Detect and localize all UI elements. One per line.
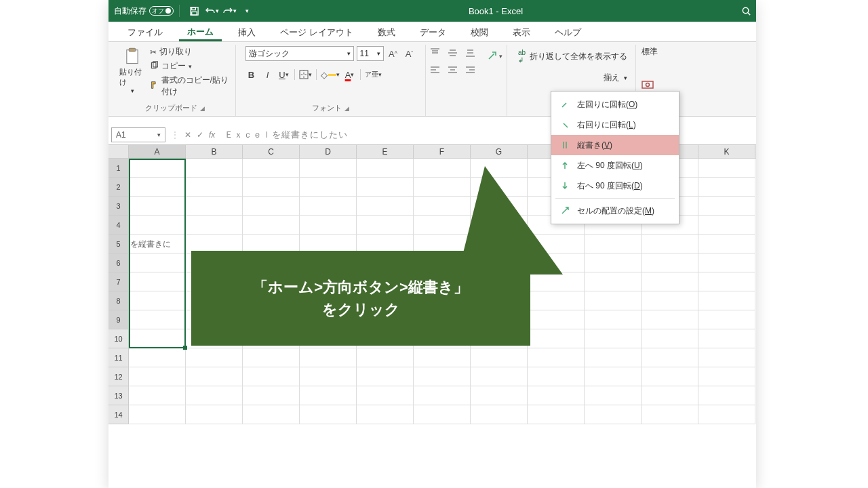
cell[interactable] — [243, 348, 300, 367]
cell[interactable] — [642, 367, 698, 386]
cell[interactable] — [357, 197, 414, 216]
row-header[interactable]: 14 — [108, 405, 129, 424]
cancel-icon[interactable]: ✕ — [184, 130, 191, 140]
cell[interactable] — [528, 329, 585, 348]
cell[interactable] — [357, 216, 414, 235]
cell[interactable] — [585, 386, 642, 405]
cell[interactable] — [186, 405, 243, 424]
bold-button[interactable]: B — [245, 68, 258, 81]
cell[interactable] — [243, 216, 300, 235]
cell[interactable] — [698, 253, 755, 272]
cell[interactable] — [300, 386, 357, 405]
row-header[interactable]: 10 — [108, 329, 129, 348]
align-bottom-button[interactable] — [465, 46, 477, 58]
save-icon[interactable] — [185, 2, 203, 20]
cell[interactable] — [129, 310, 186, 329]
cell[interactable] — [698, 216, 755, 235]
cell[interactable] — [129, 367, 186, 386]
qat-customize-icon[interactable]: ▾ — [238, 2, 256, 20]
cell[interactable] — [585, 348, 642, 367]
tab-data[interactable]: データ — [412, 22, 454, 41]
cell[interactable] — [357, 159, 414, 178]
cell[interactable] — [528, 348, 585, 367]
cell[interactable] — [642, 386, 698, 405]
cell[interactable] — [698, 405, 755, 424]
cell[interactable] — [129, 386, 186, 405]
align-middle-button[interactable] — [447, 46, 459, 58]
menu-format-cells-alignment[interactable]: セルの配置の設定(M) — [551, 201, 679, 221]
cell[interactable] — [414, 386, 471, 405]
font-name-select[interactable]: 游ゴシック▾ — [245, 46, 354, 61]
increase-font-icon[interactable]: A^ — [387, 46, 400, 61]
cell[interactable] — [186, 386, 243, 405]
cell[interactable] — [300, 405, 357, 424]
cell[interactable] — [585, 291, 642, 310]
cell[interactable] — [585, 367, 642, 386]
cell[interactable] — [642, 253, 698, 272]
dialog-launcher-icon[interactable]: ◢ — [344, 105, 349, 112]
tab-pagelayout[interactable]: ページ レイアウト — [272, 22, 361, 41]
cell[interactable] — [698, 348, 755, 367]
cell[interactable] — [585, 329, 642, 348]
cell[interactable] — [528, 405, 585, 424]
merge-button[interactable]: 揃え▾ — [518, 72, 627, 83]
menu-rotate-ccw[interactable]: 左回りに回転(O) — [551, 94, 679, 115]
align-top-button[interactable] — [429, 46, 441, 58]
search-icon[interactable] — [736, 6, 756, 16]
row-header[interactable]: 12 — [108, 367, 129, 386]
cell[interactable] — [585, 405, 642, 424]
tab-review[interactable]: 校閲 — [462, 22, 496, 41]
fill-color-button[interactable]: ◇▾ — [321, 68, 340, 81]
cell[interactable] — [186, 348, 243, 367]
redo-icon[interactable]: ▾ — [220, 2, 238, 20]
tab-file[interactable]: ファイル — [119, 22, 171, 41]
number-format-select[interactable]: 標準 — [642, 46, 658, 58]
row-header[interactable]: 1 — [108, 159, 129, 178]
cell[interactable] — [300, 159, 357, 178]
cell[interactable] — [528, 386, 585, 405]
cell[interactable] — [129, 253, 186, 272]
cell[interactable] — [642, 272, 698, 291]
cell[interactable] — [642, 310, 698, 329]
undo-icon[interactable]: ▾ — [203, 2, 220, 20]
format-painter-button[interactable]: 書式のコピー/貼り付け — [150, 75, 230, 98]
cell[interactable] — [243, 386, 300, 405]
row-header[interactable]: 5 — [108, 235, 129, 253]
cell[interactable] — [186, 367, 243, 386]
cell[interactable] — [585, 310, 642, 329]
cell[interactable] — [357, 348, 414, 367]
column-header[interactable]: E — [357, 145, 414, 158]
cell[interactable] — [642, 329, 698, 348]
cell[interactable] — [300, 197, 357, 216]
cell[interactable] — [357, 405, 414, 424]
menu-vertical-text[interactable]: 縦書き(V) — [551, 135, 679, 155]
chevron-down-icon[interactable]: ▾ — [216, 7, 219, 14]
cell[interactable] — [357, 367, 414, 386]
italic-button[interactable]: I — [262, 68, 274, 81]
cell[interactable] — [300, 178, 357, 197]
cell[interactable] — [129, 405, 186, 424]
cell[interactable] — [698, 310, 755, 329]
cell[interactable] — [585, 253, 642, 272]
underline-button[interactable]: U▾ — [278, 68, 290, 81]
cell[interactable] — [300, 367, 357, 386]
cell[interactable] — [471, 405, 528, 424]
cell[interactable] — [698, 159, 755, 178]
tab-help[interactable]: ヘルプ — [547, 22, 589, 41]
cell[interactable] — [129, 291, 186, 310]
cell[interactable] — [414, 348, 471, 367]
column-header[interactable]: B — [186, 145, 243, 158]
chevron-down-icon[interactable]: ▾ — [233, 7, 237, 14]
cell[interactable] — [129, 329, 186, 348]
row-header[interactable]: 3 — [108, 197, 129, 216]
enter-icon[interactable]: ✓ — [197, 130, 203, 140]
cell[interactable] — [129, 178, 186, 197]
cell[interactable] — [357, 178, 414, 197]
cell[interactable] — [698, 272, 755, 291]
cell[interactable] — [243, 197, 300, 216]
cell[interactable] — [129, 272, 186, 291]
column-header[interactable]: D — [300, 145, 357, 158]
name-box[interactable]: A1▾ — [111, 127, 165, 142]
cell[interactable] — [129, 348, 186, 367]
cell[interactable] — [300, 216, 357, 235]
